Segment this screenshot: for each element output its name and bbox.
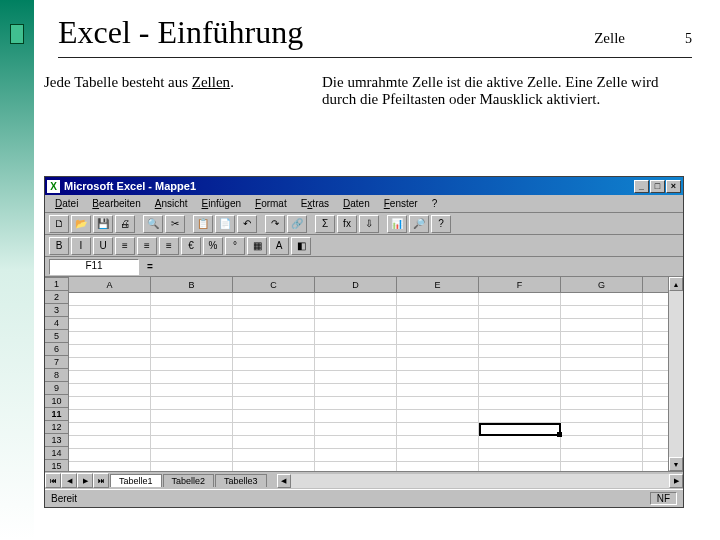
toolbar-btn-1[interactable]: 📂 <box>71 215 91 233</box>
format-btn-10[interactable]: A <box>269 237 289 255</box>
toolbar-btn-11[interactable]: Σ <box>315 215 335 233</box>
col-header-E[interactable]: E <box>397 277 479 292</box>
toolbar-btn-13[interactable]: ⇩ <box>359 215 379 233</box>
menu-extras[interactable]: Extras <box>295 197 335 210</box>
vertical-scrollbar[interactable]: ▲ ▼ <box>668 277 683 471</box>
tab-nav-first[interactable]: ⏮ <box>45 473 61 488</box>
format-btn-4[interactable]: ≡ <box>137 237 157 255</box>
slide-page-number: 5 <box>685 31 692 47</box>
row-header-15[interactable]: 15 <box>45 460 68 471</box>
format-btn-2[interactable]: U <box>93 237 113 255</box>
row-header-13[interactable]: 13 <box>45 434 68 447</box>
menu-ansicht[interactable]: Ansicht <box>149 197 194 210</box>
title-bar[interactable]: X Microsoft Excel - Mappe1 _ □ × <box>45 177 683 195</box>
row-header-10[interactable]: 10 <box>45 395 68 408</box>
toolbar-btn-12[interactable]: fx <box>337 215 357 233</box>
slide-title: Excel - Einführung <box>58 14 594 51</box>
col-header-A[interactable]: A <box>69 277 151 292</box>
slide-subtitle: Zelle <box>594 30 625 47</box>
tab-nav-last[interactable]: ⏭ <box>93 473 109 488</box>
toolbar-btn-5[interactable]: ✂ <box>165 215 185 233</box>
status-text: Bereit <box>51 493 77 504</box>
toolbar-btn-15[interactable]: 🔎 <box>409 215 429 233</box>
row-header-11[interactable]: 11 <box>45 408 68 421</box>
name-box[interactable]: F11 <box>49 259 139 275</box>
menu-datei[interactable]: Datei <box>49 197 84 210</box>
active-cell[interactable] <box>479 423 561 436</box>
format-btn-5[interactable]: ≡ <box>159 237 179 255</box>
equals-label: = <box>143 261 157 272</box>
sheet-tab-3[interactable]: Tabelle3 <box>215 474 267 487</box>
app-title: Microsoft Excel <box>64 180 145 192</box>
row-header-12[interactable]: 12 <box>45 421 68 434</box>
slide-header: Excel - Einführung Zelle 5 <box>58 14 692 58</box>
body-col1-pre: Jede Tabelle besteht aus <box>44 74 192 90</box>
toolbar-btn-2[interactable]: 💾 <box>93 215 113 233</box>
close-button[interactable]: × <box>666 180 681 193</box>
row-header-8[interactable]: 8 <box>45 369 68 382</box>
toolbar-btn-14[interactable]: 📊 <box>387 215 407 233</box>
toolbar-btn-8[interactable]: ↶ <box>237 215 257 233</box>
row-header-6[interactable]: 6 <box>45 343 68 356</box>
col-header-C[interactable]: C <box>233 277 315 292</box>
toolbar-standard: 🗋📂💾🖨🔍✂📋📄↶↷🔗Σfx⇩📊🔎? <box>45 213 683 235</box>
sheet-tab-2[interactable]: Tabelle2 <box>163 474 215 487</box>
toolbar-btn-7[interactable]: 📄 <box>215 215 235 233</box>
tab-nav-next[interactable]: ▶ <box>77 473 93 488</box>
col-header-B[interactable]: B <box>151 277 233 292</box>
cells-area[interactable] <box>69 293 668 471</box>
row-header-3[interactable]: 3 <box>45 304 68 317</box>
row-header-5[interactable]: 5 <box>45 330 68 343</box>
horizontal-scrollbar[interactable]: ◀ ▶ <box>277 474 683 488</box>
menu-bar: Datei Bearbeiten Ansicht Einfügen Format… <box>45 195 683 213</box>
row-header-1[interactable]: 1 <box>45 278 68 291</box>
grid: 123456789101112131415161718 ABCDEFG ▲ ▼ <box>45 277 683 471</box>
menu-bearbeiten[interactable]: Bearbeiten <box>86 197 146 210</box>
col-header-D[interactable]: D <box>315 277 397 292</box>
menu-help[interactable]: ? <box>426 197 444 210</box>
hscroll-track[interactable] <box>291 474 669 488</box>
minimize-button[interactable]: _ <box>634 180 649 193</box>
menu-daten[interactable]: Daten <box>337 197 376 210</box>
scroll-up-button[interactable]: ▲ <box>669 277 683 291</box>
toolbar-btn-10[interactable]: 🔗 <box>287 215 307 233</box>
sheet-tab-bar: ⏮ ◀ ▶ ⏭ Tabelle1 Tabelle2 Tabelle3 ◀ ▶ <box>45 471 683 489</box>
format-btn-7[interactable]: % <box>203 237 223 255</box>
sheet-tab-1[interactable]: Tabelle1 <box>110 474 162 487</box>
status-indicator: NF <box>650 492 677 505</box>
format-btn-1[interactable]: I <box>71 237 91 255</box>
vscroll-track[interactable] <box>669 291 683 457</box>
row-header-4[interactable]: 4 <box>45 317 68 330</box>
format-btn-0[interactable]: B <box>49 237 69 255</box>
row-header-7[interactable]: 7 <box>45 356 68 369</box>
body-col1-underline: Zellen <box>192 74 230 90</box>
col-headers: ABCDEFG <box>69 277 668 293</box>
toolbar-btn-16[interactable]: ? <box>431 215 451 233</box>
format-btn-8[interactable]: ° <box>225 237 245 255</box>
toolbar-btn-6[interactable]: 📋 <box>193 215 213 233</box>
row-header-14[interactable]: 14 <box>45 447 68 460</box>
maximize-button[interactable]: □ <box>650 180 665 193</box>
format-btn-11[interactable]: ◧ <box>291 237 311 255</box>
toolbar-btn-9[interactable]: ↷ <box>265 215 285 233</box>
format-btn-9[interactable]: ▦ <box>247 237 267 255</box>
col-header-F[interactable]: F <box>479 277 561 292</box>
scroll-left-button[interactable]: ◀ <box>277 474 291 488</box>
scroll-right-button[interactable]: ▶ <box>669 474 683 488</box>
row-headers: 123456789101112131415161718 <box>45 277 69 471</box>
doc-title: Mappe1 <box>155 180 196 192</box>
formula-bar: F11 = <box>45 257 683 277</box>
row-header-2[interactable]: 2 <box>45 291 68 304</box>
scroll-down-button[interactable]: ▼ <box>669 457 683 471</box>
format-btn-6[interactable]: € <box>181 237 201 255</box>
toolbar-btn-0[interactable]: 🗋 <box>49 215 69 233</box>
toolbar-btn-3[interactable]: 🖨 <box>115 215 135 233</box>
row-header-9[interactable]: 9 <box>45 382 68 395</box>
col-header-G[interactable]: G <box>561 277 643 292</box>
format-btn-3[interactable]: ≡ <box>115 237 135 255</box>
menu-format[interactable]: Format <box>249 197 293 210</box>
menu-einfuegen[interactable]: Einfügen <box>196 197 247 210</box>
toolbar-btn-4[interactable]: 🔍 <box>143 215 163 233</box>
tab-nav-prev[interactable]: ◀ <box>61 473 77 488</box>
menu-fenster[interactable]: Fenster <box>378 197 424 210</box>
